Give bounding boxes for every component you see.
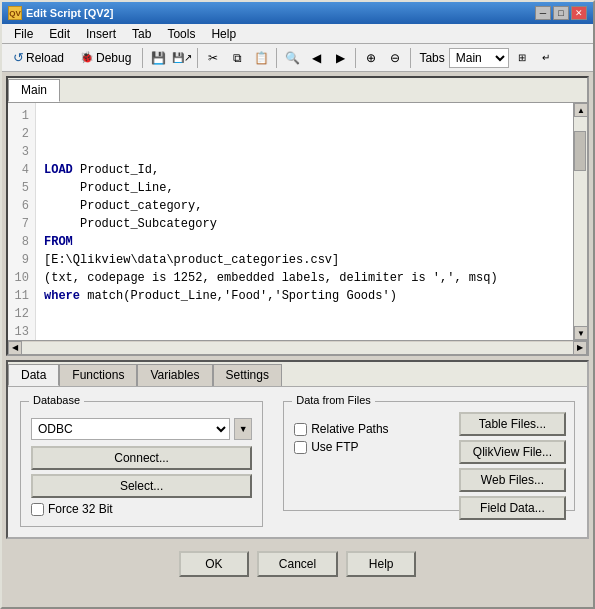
table-files-button[interactable]: Table Files... (459, 412, 566, 436)
force32bit-checkbox[interactable] (31, 503, 44, 516)
database-section: Database ODBC ▼ Connect... Select... For… (20, 397, 263, 527)
main-window: QV Edit Script [QV2] ─ □ ✕ File Edit Ins… (0, 0, 595, 609)
save-as-button[interactable]: 💾↗ (171, 47, 193, 69)
menu-insert[interactable]: Insert (78, 25, 124, 43)
close-button[interactable]: ✕ (571, 6, 587, 20)
save-button[interactable]: 💾 (147, 47, 169, 69)
menu-tab[interactable]: Tab (124, 25, 159, 43)
editor-panel: Main 12345678910111213141516 LOAD Produc… (6, 76, 589, 356)
scrollbar-down-arrow[interactable]: ▼ (574, 326, 587, 340)
scrollbar-horizontal: ◀ ▶ (8, 340, 587, 354)
menu-tools[interactable]: Tools (159, 25, 203, 43)
debug-button[interactable]: 🐞 Debug (73, 47, 138, 69)
code-editor[interactable]: LOAD Product_Id, Product_Line, Product_c… (36, 103, 573, 340)
qlikview-files-button[interactable]: QlikView File... (459, 440, 566, 464)
help-button[interactable]: Help (346, 551, 416, 577)
layout-icon-button[interactable]: ⊞ (511, 47, 533, 69)
use-ftp-checkbox[interactable] (294, 441, 307, 454)
toolbar: ↺ Reload 🐞 Debug 💾 💾↗ ✂ ⧉ 📋 🔍 ◀ ▶ ⊕ ⊖ Ta… (2, 44, 593, 72)
files-buttons: Table Files... QlikView File... Web File… (459, 412, 566, 520)
separator-4 (355, 48, 356, 68)
paste-button[interactable]: 📋 (250, 47, 272, 69)
database-group-title: Database (29, 394, 84, 406)
scrollbar-up-arrow[interactable]: ▲ (574, 103, 587, 117)
scrollbar-thumb[interactable] (574, 131, 586, 171)
scrollbar-h-track (22, 342, 573, 354)
connect-button[interactable]: Connect... (31, 446, 252, 470)
minimize-button[interactable]: ─ (535, 6, 551, 20)
separator-3 (276, 48, 277, 68)
menu-file[interactable]: File (6, 25, 41, 43)
relative-paths-label: Relative Paths (311, 422, 388, 436)
copy-button[interactable]: ⧉ (226, 47, 248, 69)
tabs-label: Tabs (419, 51, 444, 65)
menu-help[interactable]: Help (203, 25, 244, 43)
debug-icon: 🐞 (80, 51, 94, 64)
find-button[interactable]: 🔍 (281, 47, 303, 69)
database-group: Database ODBC ▼ Connect... Select... For… (20, 401, 263, 527)
zoom-out-button[interactable]: ⊖ (384, 47, 406, 69)
prev-button[interactable]: ◀ (305, 47, 327, 69)
scrollbar-left-arrow[interactable]: ◀ (8, 341, 22, 355)
tab-data[interactable]: Data (8, 364, 59, 386)
ok-button[interactable]: OK (179, 551, 249, 577)
separator-1 (142, 48, 143, 68)
debug-label: Debug (96, 51, 131, 65)
tab-settings[interactable]: Settings (213, 364, 282, 386)
separator-5 (410, 48, 411, 68)
menu-edit[interactable]: Edit (41, 25, 78, 43)
web-files-button[interactable]: Web Files... (459, 468, 566, 492)
data-tab-content: Database ODBC ▼ Connect... Select... For… (8, 387, 587, 537)
reload-label: Reload (26, 51, 64, 65)
menu-bar: File Edit Insert Tab Tools Help (2, 24, 593, 44)
window-title: Edit Script [QV2] (26, 7, 113, 19)
scrollbar-right-arrow[interactable]: ▶ (573, 341, 587, 355)
files-group: Data from Files Relative Paths Use FTP T… (283, 401, 575, 511)
tab-main[interactable]: Main (8, 79, 60, 102)
field-data-button[interactable]: Field Data... (459, 496, 566, 520)
bottom-section: Data Functions Variables Settings Databa… (6, 360, 589, 539)
next-button[interactable]: ▶ (329, 47, 351, 69)
tab-variables[interactable]: Variables (137, 364, 212, 386)
cancel-button[interactable]: Cancel (257, 551, 338, 577)
title-bar: QV Edit Script [QV2] ─ □ ✕ (2, 2, 593, 24)
title-controls: ─ □ ✕ (535, 6, 587, 20)
db-selector-row: ODBC ▼ (31, 418, 252, 440)
maximize-button[interactable]: □ (553, 6, 569, 20)
select-button[interactable]: Select... (31, 474, 252, 498)
relative-paths-checkbox[interactable] (294, 423, 307, 436)
indent-icon-button[interactable]: ↵ (535, 47, 557, 69)
title-bar-left: QV Edit Script [QV2] (8, 6, 113, 20)
cut-button[interactable]: ✂ (202, 47, 224, 69)
db-type-select[interactable]: ODBC (31, 418, 230, 440)
zoom-in-button[interactable]: ⊕ (360, 47, 382, 69)
db-buttons: Connect... Select... (31, 446, 252, 498)
editor-tabs: Main (8, 78, 587, 103)
app-icon: QV (8, 6, 22, 20)
separator-2 (197, 48, 198, 68)
use-ftp-label: Use FTP (311, 440, 358, 454)
dialog-buttons: OK Cancel Help (2, 543, 593, 585)
tabs-select[interactable]: Main (449, 48, 509, 68)
tab-functions[interactable]: Functions (59, 364, 137, 386)
line-numbers: 12345678910111213141516 (8, 103, 36, 340)
bottom-tabs: Data Functions Variables Settings (8, 362, 587, 387)
force32bit-row: Force 32 Bit (31, 502, 252, 516)
reload-icon: ↺ (13, 50, 24, 65)
db-dropdown-arrow[interactable]: ▼ (234, 418, 252, 440)
files-section: Data from Files Relative Paths Use FTP T… (283, 397, 575, 527)
files-group-title: Data from Files (292, 394, 375, 406)
force32bit-label: Force 32 Bit (48, 502, 113, 516)
reload-button[interactable]: ↺ Reload (6, 47, 71, 69)
